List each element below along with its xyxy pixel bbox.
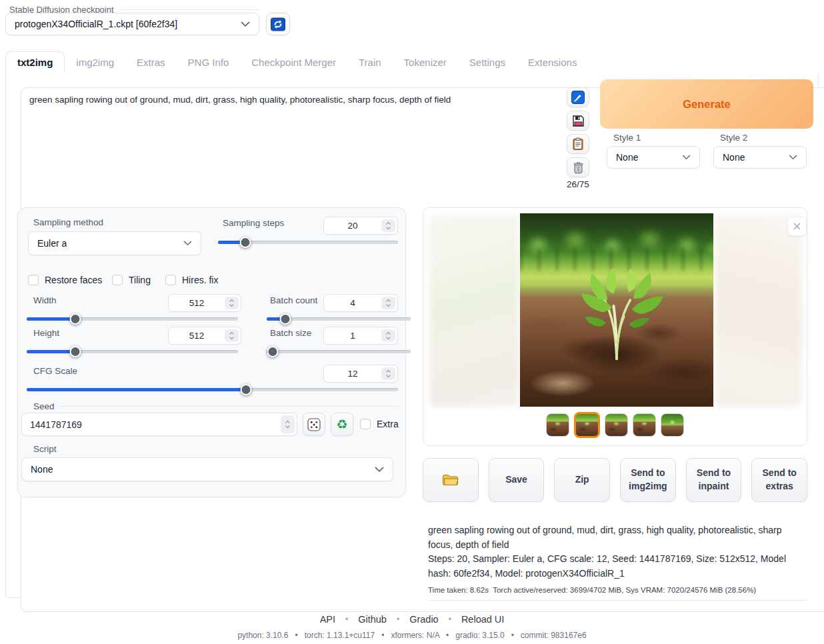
tab-png-info[interactable]: PNG Info bbox=[177, 52, 241, 73]
slider-thumb[interactable] bbox=[69, 313, 81, 325]
thumbnail-4[interactable] bbox=[633, 413, 656, 437]
sampling-steps-input[interactable] bbox=[324, 217, 381, 234]
sampling-method-value: Euler a bbox=[37, 238, 67, 249]
script-label: Script bbox=[33, 444, 57, 454]
batch-count-input[interactable] bbox=[324, 295, 381, 311]
sampling-method-label: Sampling method bbox=[33, 217, 103, 227]
tab-extensions[interactable]: Extensions bbox=[517, 52, 588, 73]
batch-count-slider[interactable] bbox=[267, 313, 411, 325]
gallery-preview-right bbox=[715, 215, 802, 407]
spinner-up-icon bbox=[385, 299, 391, 303]
footer-link-reload-ui[interactable]: Reload UI bbox=[461, 614, 504, 625]
sampling-steps-spinner[interactable] bbox=[381, 219, 395, 232]
slider-thumb[interactable] bbox=[240, 384, 251, 395]
save-style-button[interactable] bbox=[567, 111, 589, 131]
spinner-down-icon bbox=[385, 374, 391, 378]
slider-thumb[interactable] bbox=[239, 237, 251, 248]
refresh-checkpoint-button[interactable] bbox=[266, 13, 290, 35]
batch-size-slider[interactable] bbox=[267, 346, 411, 357]
paste-generation-params-button[interactable] bbox=[567, 87, 589, 107]
save-button[interactable]: Save bbox=[489, 458, 545, 502]
checkpoint-dropdown[interactable]: protogenX34OfficialR_1.ckpt [60fe2f34] bbox=[5, 13, 259, 35]
height-spinner[interactable] bbox=[225, 329, 239, 342]
batch-size-spinner[interactable] bbox=[381, 329, 395, 342]
cfg-scale-input[interactable] bbox=[324, 365, 381, 382]
width-slider[interactable] bbox=[27, 313, 238, 325]
footer-link-github[interactable]: Github bbox=[358, 614, 387, 625]
clear-prompt-button[interactable] bbox=[567, 157, 589, 177]
reuse-seed-button[interactable]: ♻ bbox=[331, 413, 353, 436]
tab-tokenizer[interactable]: Tokenizer bbox=[393, 52, 458, 73]
tab-txt2img[interactable]: txt2img bbox=[5, 51, 65, 74]
output-actions: Save Zip Send to img2img Send to inpaint… bbox=[423, 458, 807, 502]
tiling-checkbox[interactable] bbox=[112, 275, 123, 285]
info-time: Time taken: 8.62s Torch active/reserved:… bbox=[428, 586, 807, 594]
script-dropdown[interactable]: None bbox=[21, 457, 393, 481]
seed-input[interactable] bbox=[22, 413, 281, 435]
slider-thumb[interactable] bbox=[69, 346, 81, 357]
seed-spinner[interactable] bbox=[281, 415, 295, 433]
restore-faces-checkbox[interactable] bbox=[28, 275, 39, 285]
spinner-up-icon bbox=[385, 221, 391, 225]
trash-icon bbox=[573, 161, 584, 174]
thumbnail-3[interactable] bbox=[605, 413, 628, 437]
thumbnail-2-selected[interactable] bbox=[574, 412, 600, 438]
tab-bar: txt2img img2img Extras PNG Info Checkpoi… bbox=[5, 51, 819, 74]
width-input-box bbox=[168, 294, 241, 312]
info-params: Steps: 20, Sampler: Euler a, CFG scale: … bbox=[428, 552, 807, 581]
thumbnail-1[interactable] bbox=[546, 413, 569, 437]
open-folder-button[interactable] bbox=[423, 458, 479, 502]
apply-style-button[interactable] bbox=[567, 134, 589, 154]
generate-button[interactable]: Generate bbox=[600, 79, 813, 129]
extra-seed-checkbox-item[interactable]: Extra bbox=[360, 419, 399, 429]
sapling-graphic bbox=[563, 253, 670, 366]
width-input[interactable] bbox=[169, 295, 225, 311]
close-icon bbox=[793, 222, 801, 231]
folder-icon bbox=[442, 473, 459, 487]
footer-link-gradio[interactable]: Gradio bbox=[409, 614, 439, 625]
tab-checkpoint-merger[interactable]: Checkpoint Merger bbox=[240, 52, 347, 73]
cfg-scale-slider[interactable] bbox=[27, 384, 398, 395]
slider-thumb[interactable] bbox=[280, 313, 291, 325]
height-slider[interactable] bbox=[27, 346, 238, 357]
tab-extras[interactable]: Extras bbox=[125, 52, 177, 73]
spinner-down-icon bbox=[385, 303, 391, 307]
width-spinner[interactable] bbox=[225, 297, 239, 309]
zip-button[interactable]: Zip bbox=[554, 458, 610, 502]
checkpoint-value: protogenX34OfficialR_1.ckpt [60fe2f34] bbox=[15, 19, 177, 29]
close-gallery-button[interactable] bbox=[787, 217, 807, 236]
label-rule bbox=[61, 406, 399, 407]
tab-settings[interactable]: Settings bbox=[458, 52, 517, 73]
send-to-inpaint-button[interactable]: Send to inpaint bbox=[686, 458, 742, 502]
sampling-steps-slider[interactable] bbox=[218, 237, 398, 248]
random-seed-button[interactable] bbox=[303, 413, 325, 436]
slider-thumb[interactable] bbox=[267, 346, 278, 357]
style2-dropdown[interactable]: None bbox=[713, 146, 807, 169]
width-label: Width bbox=[33, 295, 57, 305]
footer-links: API • Github • Gradio • Reload UI bbox=[0, 614, 824, 625]
extra-seed-checkbox[interactable] bbox=[360, 419, 371, 429]
batch-count-spinner[interactable] bbox=[381, 297, 395, 309]
thumbnail-5[interactable] bbox=[661, 413, 684, 437]
batch-count-input-box bbox=[323, 294, 398, 312]
height-label: Height bbox=[33, 328, 59, 338]
generated-image[interactable] bbox=[520, 213, 713, 407]
label-rule bbox=[120, 9, 260, 10]
style1-dropdown[interactable]: None bbox=[607, 146, 700, 169]
footer-link-api[interactable]: API bbox=[320, 614, 335, 625]
hires-fix-checkbox-item[interactable]: Hires. fix bbox=[165, 275, 218, 285]
generation-info: green sapling rowing out of ground, mud,… bbox=[428, 523, 807, 601]
send-to-img2img-button[interactable]: Send to img2img bbox=[620, 458, 676, 502]
script-value: None bbox=[31, 464, 53, 475]
tab-train[interactable]: Train bbox=[347, 52, 393, 73]
hires-fix-checkbox[interactable] bbox=[165, 275, 176, 285]
tab-img2img[interactable]: img2img bbox=[65, 52, 125, 73]
batch-size-input[interactable] bbox=[324, 327, 381, 344]
tiling-checkbox-item[interactable]: Tiling bbox=[112, 275, 151, 285]
cfg-scale-spinner[interactable] bbox=[381, 367, 395, 380]
height-input[interactable] bbox=[169, 327, 225, 344]
send-to-extras-button[interactable]: Send to extras bbox=[751, 458, 807, 502]
stable-diffusion-webui: Stable Diffusion checkpoint protogenX34O… bbox=[0, 0, 824, 644]
restore-faces-checkbox-item[interactable]: Restore faces bbox=[28, 275, 102, 285]
sampling-method-dropdown[interactable]: Euler a bbox=[28, 231, 201, 255]
